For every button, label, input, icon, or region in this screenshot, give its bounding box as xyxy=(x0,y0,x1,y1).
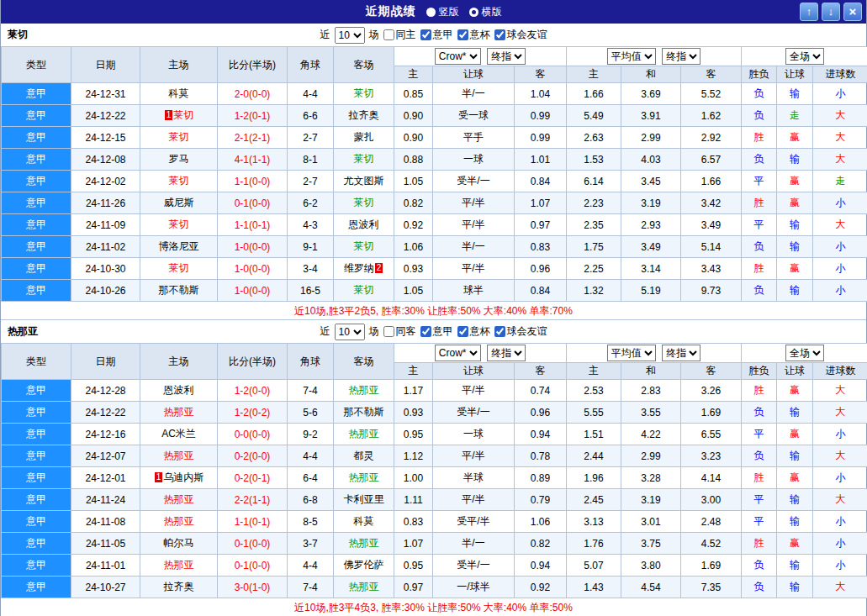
league-checkbox-seriea[interactable]: 意甲 xyxy=(420,324,453,339)
same-venue-checkbox[interactable]: 同主 xyxy=(383,28,416,42)
away-odds-cell: 0.97 xyxy=(515,214,567,236)
score-cell: 0-2(0-0) xyxy=(218,445,288,467)
home-odds-cell: 0.90 xyxy=(394,127,433,149)
away-team-cell: 莱切 xyxy=(334,149,394,171)
handicap-result-cell: 输 xyxy=(777,280,813,302)
league-cell: 意甲 xyxy=(2,214,71,236)
team-name-text: 威尼斯 xyxy=(164,197,194,208)
sub-header-away-odds: 客 xyxy=(515,363,567,380)
handicap-result-cell: 赢 xyxy=(777,424,813,445)
league-checkbox-coppa[interactable]: 意杯 xyxy=(457,324,490,339)
team-name-text: 帕尔马 xyxy=(164,537,194,549)
corner-cell: 3-7 xyxy=(288,533,334,555)
away-team-cell: 莱切 xyxy=(334,236,394,258)
league-checkbox-seriea[interactable]: 意甲 xyxy=(420,28,453,42)
avg-draw-cell: 4.54 xyxy=(621,577,681,598)
match-row: 意甲24-11-24热那亚2-2(1-1)6-8卡利亚里1.11平/半0.792… xyxy=(2,489,867,511)
away-team-cell: 热那亚 xyxy=(334,424,394,445)
handicap-cell: 受半/一 xyxy=(433,555,515,577)
date-cell: 24-12-01 xyxy=(71,467,140,489)
near-label: 近 xyxy=(320,28,330,42)
date-cell: 24-12-22 xyxy=(71,105,140,127)
away-team-cell: 都灵 xyxy=(334,445,394,467)
avg-draw-cell: 3.19 xyxy=(621,192,681,214)
match-count-select[interactable]: 10 xyxy=(335,324,365,340)
away-team-cell: 热那亚 xyxy=(334,467,394,489)
goals-result-cell: 走 xyxy=(813,171,867,192)
sub-header-goals: 进球数 xyxy=(813,66,867,83)
recent-results-panel: 近期战绩 竖版 横版 ↑ ↓ × 莱切 近 10 场 同主 意甲 xyxy=(0,0,867,616)
goals-result-cell: 大 xyxy=(813,445,867,467)
date-cell: 24-11-09 xyxy=(71,214,140,236)
score-cell: 0-1(0-0) xyxy=(218,533,288,555)
league-checkbox-friendly[interactable]: 球会友谊 xyxy=(494,28,547,42)
league-cell: 意甲 xyxy=(2,555,71,577)
home-team-cell: 科莫 xyxy=(140,83,218,105)
avg-home-cell: 2.23 xyxy=(567,192,621,214)
bookmaker-header-cell: Crow* 终指 xyxy=(394,344,567,363)
avg-home-cell: 1.96 xyxy=(567,467,621,489)
league-checkbox-coppa[interactable]: 意杯 xyxy=(457,28,490,42)
score-cell: 2-1(2-1) xyxy=(218,127,288,149)
scroll-down-button[interactable]: ↓ xyxy=(822,3,840,21)
outcome-cell: 平 xyxy=(742,424,777,445)
filter-controls: 近 10 场 同主 意甲 意杯 球会友谊 xyxy=(1,27,866,44)
home-team-cell: 莱切 xyxy=(140,258,218,280)
corner-cell: 3-4 xyxy=(288,258,334,280)
avg-away-cell: 1.69 xyxy=(681,555,742,577)
scroll-up-button[interactable]: ↑ xyxy=(800,3,818,21)
average-stage-select[interactable]: 终指 xyxy=(662,48,700,65)
team-name-text: 那不勒斯 xyxy=(344,406,384,418)
sub-header-handicap-result: 让球 xyxy=(777,66,813,83)
red-card-badge: 1 xyxy=(155,472,163,482)
layout-radio-horizontal[interactable]: 横版 xyxy=(469,5,502,19)
fulltime-select[interactable]: 全场 xyxy=(785,48,824,65)
goals-result-cell: 大 xyxy=(813,149,867,171)
score-cell: 2-2(1-1) xyxy=(218,489,288,511)
home-team-cell: 威尼斯 xyxy=(140,192,218,214)
corner-cell: 5-6 xyxy=(288,402,334,424)
layout-radio-vertical[interactable]: 竖版 xyxy=(426,5,459,19)
team-name-text: 莱切 xyxy=(354,240,374,252)
date-cell: 24-10-26 xyxy=(71,280,140,302)
average-select[interactable]: 平均值 xyxy=(607,48,656,65)
outcome-cell: 平 xyxy=(742,214,777,236)
bookmaker-select[interactable]: Crow* xyxy=(435,48,481,65)
home-team-cell: 热那亚 xyxy=(140,511,218,533)
avg-home-cell: 1.51 xyxy=(567,424,621,445)
outcome-cell: 负 xyxy=(742,236,777,258)
avg-draw-cell: 3.80 xyxy=(621,555,681,577)
team-name-text: 博洛尼亚 xyxy=(159,240,199,252)
corner-cell: 9-1 xyxy=(288,236,334,258)
team-name-text: 恩波利 xyxy=(349,218,379,230)
avg-home-cell: 2.25 xyxy=(567,258,621,280)
same-venue-label: 同客 xyxy=(396,324,416,339)
bookmaker-select[interactable]: Crow* xyxy=(435,345,481,361)
match-count-select[interactable]: 10 xyxy=(335,27,365,44)
handicap-result-cell: 赢 xyxy=(777,380,813,402)
same-venue-checkbox[interactable]: 同客 xyxy=(383,324,416,339)
close-button[interactable]: × xyxy=(843,3,862,21)
goals-result-cell: 小 xyxy=(813,555,867,577)
handicap-cell: 一球 xyxy=(433,424,515,445)
handicap-cell: 受半/一 xyxy=(433,402,515,424)
avg-away-cell: 3.42 xyxy=(681,192,742,214)
average-select[interactable]: 平均值 xyxy=(607,345,656,361)
league-checkbox-friendly[interactable]: 球会友谊 xyxy=(494,324,547,339)
home-odds-cell: 0.95 xyxy=(394,424,433,445)
home-odds-cell: 1.07 xyxy=(394,533,433,555)
avg-draw-cell: 3.69 xyxy=(621,83,681,105)
team-name-text: 科莫 xyxy=(354,515,374,527)
titlebar: 近期战绩 竖版 横版 ↑ ↓ × xyxy=(1,0,866,24)
date-cell: 24-10-27 xyxy=(71,577,140,598)
average-stage-select[interactable]: 终指 xyxy=(662,345,700,361)
fulltime-select[interactable]: 全场 xyxy=(785,345,824,361)
filter-controls: 近 10 场 同客 意甲 意杯 球会友谊 xyxy=(1,324,866,340)
handicap-result-cell: 输 xyxy=(777,83,813,105)
odds-stage-select[interactable]: 终指 xyxy=(487,345,526,361)
col-header-type: 类型 xyxy=(2,344,71,380)
odds-stage-select[interactable]: 终指 xyxy=(487,48,526,65)
red-card-badge: 1 xyxy=(165,110,173,120)
date-cell: 24-12-22 xyxy=(71,402,140,424)
home-team-cell: 莱切 xyxy=(140,127,218,149)
